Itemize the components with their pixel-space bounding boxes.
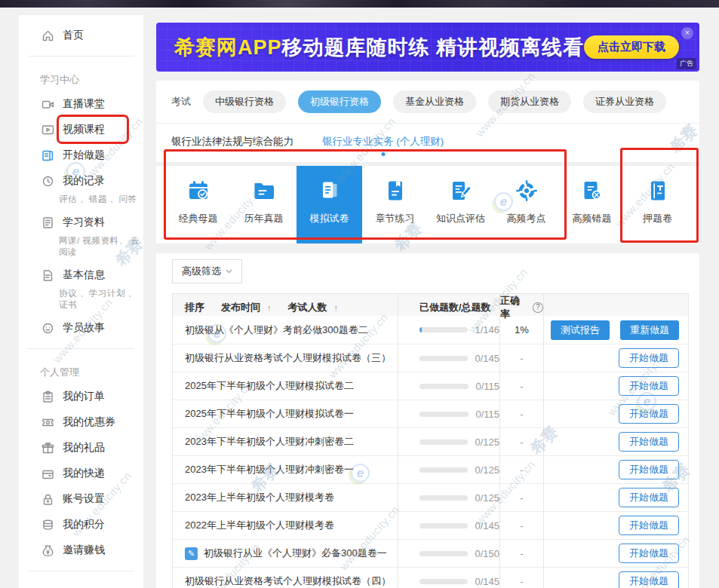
start-practice-button[interactable]: 开始做题 — [619, 404, 679, 424]
mode-classic-questions[interactable]: 经典母题 — [165, 166, 231, 243]
paper-name[interactable]: 2023年下半年初级个人理财冲刺密卷二 — [185, 435, 354, 449]
page: 首页 学习中心 直播课堂 视频课程 开始做题 我的记录 评估 、错题 、问答 学… — [0, 0, 719, 588]
sidebar-item-label: 视频课程 — [63, 123, 105, 136]
active-dot — [381, 152, 385, 156]
header-candidates[interactable]: 考试人数 — [288, 301, 327, 314]
sidebar-item-materials[interactable]: 学习资料 — [19, 210, 143, 235]
sidebar-item-label: 开始做题 — [63, 149, 105, 162]
progress-text: 0/115 — [475, 381, 499, 392]
tab-subject-practice[interactable]: 银行业专业实务 (个人理财) — [322, 135, 444, 149]
start-practice-button[interactable]: 开始做题 — [619, 460, 679, 479]
sidebar-subtext-basicinfo[interactable]: 协议 、学习计划 、证书 — [19, 288, 143, 315]
mode-chapter-practice[interactable]: 章节练习 — [362, 166, 428, 243]
help-icon[interactable]: ? — [533, 302, 543, 313]
sidebar-item-stories[interactable]: 学员故事 — [19, 315, 143, 341]
live-camera-icon — [41, 98, 54, 111]
paper-name[interactable]: 2025年下半年初级个人理财模拟试卷二 — [185, 379, 354, 393]
rate-value: - — [500, 540, 544, 567]
header-sort[interactable]: 排序 — [185, 301, 204, 314]
predicted-paper-icon — [647, 179, 669, 202]
download-app-button[interactable]: 点击立即下载 — [584, 35, 679, 59]
paper-name[interactable]: 2022年上半年初级个人理财模考卷 — [185, 519, 334, 532]
progress-bar — [419, 356, 468, 361]
mode-predicted-paper[interactable]: 押题卷 — [625, 166, 690, 243]
coins-icon — [41, 519, 54, 531]
tab-securities[interactable]: 证券从业资格 — [583, 90, 666, 113]
sidebar-item-points[interactable]: 我的积分 — [19, 512, 143, 537]
sidebar-item-account[interactable]: 账号设置 — [19, 486, 143, 512]
sidebar-item-orders[interactable]: 我的订单 — [19, 384, 143, 409]
sidebar-item-express[interactable]: 我的快递 — [19, 461, 143, 486]
start-practice-button[interactable]: 开始做题 — [619, 488, 679, 507]
progress-bar — [419, 551, 468, 556]
sidebar-subtext-materials[interactable]: 网课/ 视频资料、 云阅读 — [19, 235, 143, 262]
tab-subject-law[interactable]: 银行业法律法规与综合能力 — [171, 135, 293, 149]
paper-name[interactable]: 2023年下半年初级个人理财冲刺密卷一 — [185, 463, 354, 476]
start-practice-button[interactable]: 开始做题 — [619, 516, 679, 535]
tab-fund[interactable]: 基金从业资格 — [393, 90, 476, 113]
start-practice-button[interactable]: 开始做题 — [619, 571, 679, 588]
mode-hot-points[interactable]: 高频考点 — [493, 166, 559, 243]
tab-futures[interactable]: 期货从业资格 — [488, 90, 571, 113]
sidebar-item-label: 账号设置 — [63, 492, 105, 506]
ad-tag: 广告 — [677, 58, 696, 69]
sidebar-item-label: 学员故事 — [63, 321, 105, 335]
table-row: 2023年下半年初级个人理财冲刺密卷二 0/125 - 开始做题 — [173, 427, 688, 455]
close-banner-icon[interactable]: × — [681, 27, 693, 39]
table-header: 排序 发布时间↑ 考试人数↑ 已做题数/总题数 正确率? — [173, 294, 688, 316]
advanced-filter-button[interactable]: 高级筛选 — [172, 259, 242, 283]
sidebar-item-home[interactable]: 首页 — [19, 23, 143, 48]
paper-name[interactable]: 初级银行从业资格考试个人理财模拟试卷（四） — [185, 574, 391, 588]
app-promo-banner[interactable]: 希赛网APP移动题库随时练 精讲视频离线看 点击立即下载 × 广告 — [156, 23, 699, 72]
divider — [28, 348, 134, 349]
test-report-button[interactable]: 测试报告 — [551, 320, 610, 340]
sidebar-section-learning: 学习中心 — [19, 64, 143, 91]
start-practice-button[interactable]: 开始做题 — [619, 348, 679, 368]
header-publish-time[interactable]: 发布时间 — [221, 301, 260, 314]
subject-label: 银行业专业实务 (个人理财) — [322, 136, 444, 147]
banner-title-rest: 移动题库随时练 精讲视频离线看 — [282, 36, 585, 59]
sidebar-item-records[interactable]: 我的记录 — [19, 168, 143, 194]
table-row: 2023年上半年初级个人理财模考卷 0/125 - 开始做题 — [173, 483, 688, 511]
mode-knowledge-assessment[interactable]: 知识点评估 — [428, 166, 493, 243]
main-content: 希赛网APP移动题库随时练 精讲视频离线看 点击立即下载 × 广告 考试 中级银… — [156, 0, 699, 588]
mode-mock-papers[interactable]: 模拟试卷 — [297, 166, 362, 243]
progress-bar — [419, 523, 468, 528]
coupon-icon — [41, 416, 54, 429]
tab-junior-bank[interactable]: 初级银行资格 — [298, 90, 381, 113]
table-row: 2025年下半年初级个人理财模拟试卷一 0/115 - 开始做题 — [173, 400, 688, 427]
sidebar-item-label: 基本信息 — [63, 268, 105, 282]
paper-name[interactable]: 2025年下半年初级个人理财模拟试卷一 — [185, 407, 354, 421]
mode-label: 模拟试卷 — [310, 212, 349, 225]
start-practice-button[interactable]: 开始做题 — [619, 544, 679, 563]
sidebar-section-other: 其他 — [19, 579, 143, 588]
paper-name[interactable]: 初级银从《个人理财》考前必做300题卷二 — [185, 323, 368, 337]
paper-name[interactable]: 初级银行从业《个人理财》必备300题卷一 — [204, 547, 387, 560]
banner-title: 希赛网APP移动题库随时练 精讲视频离线看 — [174, 34, 584, 61]
progress-text: 0/125 — [475, 464, 499, 476]
history-clock-icon — [41, 175, 54, 188]
mode-past-papers[interactable]: 历年真题 — [231, 166, 297, 243]
tab-intermediate-bank[interactable]: 中级银行资格 — [203, 90, 286, 113]
sidebar-item-label: 我的优惠券 — [63, 415, 115, 429]
sidebar-item-practice[interactable]: 开始做题 — [19, 142, 143, 168]
mode-frequent-mistakes[interactable]: 高频错题 — [559, 166, 625, 243]
table-row: 2023年下半年初级个人理财冲刺密卷一 0/125 - 开始做题 — [173, 455, 688, 483]
must-do-badge-icon: ✎ — [185, 547, 198, 560]
rate-value: - — [500, 484, 544, 511]
sidebar-item-basicinfo[interactable]: 基本信息 — [19, 262, 143, 288]
paper-name[interactable]: 2023年上半年初级个人理财模考卷 — [185, 491, 334, 504]
redo-button[interactable]: 重新做题 — [620, 320, 679, 340]
exam-label: 考试 — [171, 95, 191, 109]
progress-text: 0/125 — [475, 492, 499, 504]
paper-name[interactable]: 初级银行从业资格考试个人理财模拟试卷（三） — [185, 351, 391, 365]
sidebar-item-video[interactable]: 视频课程 — [19, 117, 143, 142]
sidebar-item-live[interactable]: 直播课堂 — [19, 91, 143, 117]
sidebar-item-gifts[interactable]: 我的礼品 — [19, 435, 143, 461]
start-practice-button[interactable]: 开始做题 — [619, 376, 679, 396]
sidebar-subtext-records[interactable]: 评估 、错题 、问答 — [19, 194, 143, 210]
start-practice-button[interactable]: 开始做题 — [619, 432, 679, 452]
sort-arrow-icon: ↑ — [334, 303, 339, 312]
sidebar-item-invite[interactable]: 邀请赚钱 — [19, 537, 143, 563]
sidebar-item-coupons[interactable]: 我的优惠券 — [19, 409, 143, 435]
